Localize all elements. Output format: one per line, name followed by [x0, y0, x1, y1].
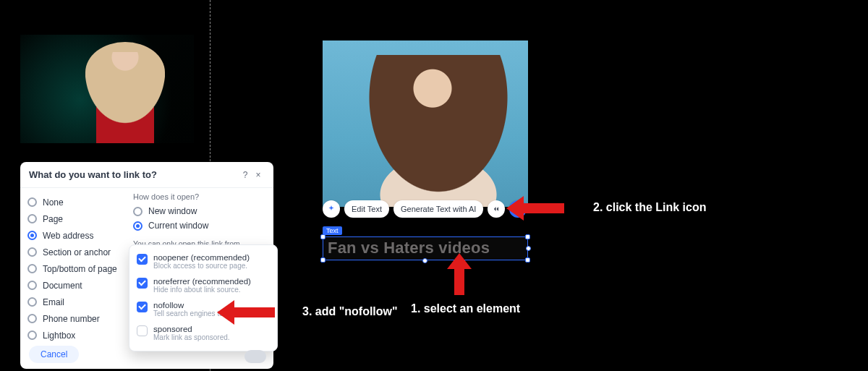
- link-type-web-address[interactable]: Web address: [27, 227, 122, 244]
- more-button[interactable]: [488, 200, 505, 218]
- help-icon[interactable]: ?: [239, 170, 252, 180]
- radio-icon: [27, 247, 37, 257]
- close-icon[interactable]: ×: [252, 170, 265, 180]
- chevrons-icon: [492, 205, 501, 213]
- attr-noopener[interactable]: noopener (recommended)Block access to so…: [135, 250, 271, 273]
- link-type-none[interactable]: None: [27, 194, 122, 210]
- generate-ai-button[interactable]: Generate Text with AI: [393, 200, 483, 218]
- sparkle-icon: [327, 205, 336, 213]
- checkbox-icon: [137, 325, 148, 336]
- resize-handle[interactable]: [422, 258, 427, 263]
- radio-icon: [133, 207, 142, 216]
- checkbox-icon: [137, 302, 148, 312]
- link-type-section[interactable]: Section or anchor: [27, 244, 122, 260]
- link-type-topbottom[interactable]: Top/bottom of page: [27, 260, 122, 277]
- checkbox-icon: [137, 254, 148, 265]
- open-current-window[interactable]: Current window: [133, 218, 265, 233]
- annotation-text-3: 3. add "nofollow": [302, 305, 398, 318]
- link-type-page[interactable]: Page: [27, 210, 122, 227]
- resize-handle[interactable]: [320, 257, 326, 263]
- link-type-email[interactable]: Email: [27, 294, 122, 310]
- radio-icon: [27, 314, 37, 323]
- radio-icon: [27, 197, 37, 207]
- dialog-title: What do you want to link to?: [29, 169, 239, 180]
- resize-handle[interactable]: [526, 246, 531, 251]
- open-section-title: How does it open?: [133, 192, 265, 201]
- text-element-toolbar: Edit Text Generate Text with AI: [323, 200, 527, 218]
- canvas-image-left[interactable]: [20, 35, 194, 143]
- radio-icon: [27, 231, 37, 240]
- canvas-image-right[interactable]: [323, 40, 528, 207]
- selected-text-element[interactable]: Text Fan vs Haters videos: [323, 223, 528, 260]
- annotation-arrow-1: [447, 253, 472, 295]
- link-attributes-card: noopener (recommended)Block access to so…: [129, 244, 278, 351]
- checkbox-icon: [137, 278, 148, 289]
- open-new-window[interactable]: New window: [133, 204, 265, 218]
- radio-icon: [27, 264, 37, 273]
- attr-noreferrer[interactable]: noreferrer (recommended)Hide info about …: [135, 273, 271, 297]
- resize-handle[interactable]: [320, 234, 326, 239]
- radio-icon: [27, 297, 37, 307]
- cancel-button[interactable]: Cancel: [29, 346, 79, 363]
- resize-handle[interactable]: [525, 257, 530, 263]
- edit-text-button[interactable]: Edit Text: [344, 200, 389, 218]
- radio-icon: [133, 221, 142, 231]
- link-type-phone[interactable]: Phone number: [27, 310, 122, 327]
- animation-button[interactable]: [323, 200, 340, 218]
- annotation-arrow-2: [506, 196, 564, 221]
- selection-type-tag: Text: [323, 226, 342, 235]
- annotation-arrow-3: [217, 300, 275, 325]
- link-type-list: None Page Web address Section or anchor …: [20, 188, 129, 338]
- resize-handle[interactable]: [525, 234, 530, 239]
- annotation-text-1: 1. select an element: [411, 302, 520, 315]
- radio-icon: [27, 331, 37, 340]
- link-type-document[interactable]: Document: [27, 277, 122, 294]
- disabled-apply-pill: [244, 350, 266, 363]
- radio-icon: [27, 281, 37, 290]
- link-dialog: What do you want to link to? ? × None Pa…: [20, 162, 273, 369]
- radio-icon: [27, 214, 37, 223]
- annotation-text-2: 2. click the Link icon: [593, 201, 707, 214]
